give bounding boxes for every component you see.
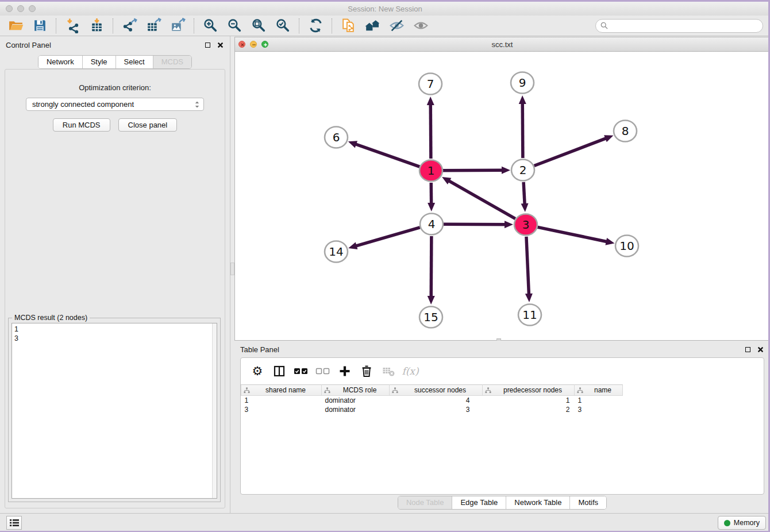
cell-shared-name[interactable]: 3: [241, 405, 322, 414]
search-input[interactable]: [611, 22, 758, 30]
cell-predecessor-nodes[interactable]: 1: [483, 396, 575, 405]
function-builder-icon[interactable]: f(x): [402, 363, 419, 380]
toolbar-separator: [332, 18, 332, 33]
graph-node-label: 9: [519, 76, 526, 90]
close-table-panel-button[interactable]: [756, 345, 764, 353]
close-mcds-panel-button[interactable]: Close panel: [118, 118, 178, 132]
tab-mcds[interactable]: MCDS: [153, 56, 191, 68]
cell-name[interactable]: 3: [575, 405, 623, 414]
task-history-button[interactable]: [6, 516, 22, 530]
table-row[interactable]: 3dominator323: [241, 405, 623, 414]
tab-network[interactable]: Network: [38, 56, 82, 68]
tab-style[interactable]: Style: [82, 56, 116, 68]
cell-predecessor-nodes[interactable]: 2: [483, 405, 575, 414]
cell-MCDS-role[interactable]: dominator: [322, 396, 390, 405]
graph-edge-1-2[interactable]: [443, 170, 503, 171]
cell-name[interactable]: 1: [575, 396, 623, 405]
export-image-icon[interactable]: [168, 17, 187, 34]
search-box[interactable]: [595, 19, 763, 33]
graph-edge-2-3[interactable]: [523, 182, 525, 205]
export-table-icon[interactable]: [144, 17, 163, 34]
zoom-selected-icon[interactable]: [273, 17, 292, 34]
status-bar: Memory: [0, 513, 770, 532]
graph-edge-arrowhead: [427, 97, 434, 105]
graph-node-1[interactable]: 1: [419, 160, 442, 182]
new-network-from-selection-icon[interactable]: [338, 17, 358, 34]
hide-selected-icon[interactable]: [387, 17, 406, 34]
zoom-in-icon[interactable]: [201, 17, 220, 34]
zoom-fit-icon[interactable]: [249, 17, 268, 34]
optimization-criterion-value: strongly connected component: [32, 100, 194, 109]
import-table-icon[interactable]: [87, 17, 106, 34]
float-table-panel-button[interactable]: [744, 345, 752, 353]
column-visibility-icon[interactable]: [271, 363, 288, 380]
tab-node-table[interactable]: Node Table: [398, 496, 452, 509]
mcds-result-group: MCDS result (2 nodes) 1 3: [8, 318, 221, 502]
column-header-MCDS-role[interactable]: MCDS role: [322, 385, 390, 396]
column-sort-icon: [577, 387, 583, 394]
float-panel-button[interactable]: [203, 41, 211, 49]
show-all-icon[interactable]: [411, 17, 430, 34]
delete-row-icon[interactable]: [358, 363, 375, 380]
optimization-criterion-select[interactable]: strongly connected component: [26, 98, 204, 111]
graph-edge-2-8[interactable]: [534, 138, 607, 165]
cell-shared-name[interactable]: 1: [241, 396, 322, 405]
zoom-out-icon[interactable]: [225, 17, 244, 34]
run-mcds-button[interactable]: Run MCDS: [53, 118, 110, 132]
tab-edge-table[interactable]: Edge Table: [452, 496, 506, 509]
graph-edge-1-7[interactable]: [430, 103, 431, 159]
graph-node-11[interactable]: 11: [518, 304, 541, 326]
column-header-predecessor-nodes[interactable]: predecessor nodes: [483, 385, 575, 396]
network-graph: 1234678910111415: [235, 52, 769, 340]
graph-node-9[interactable]: 9: [511, 72, 534, 94]
mcds-result-scrollbar[interactable]: [212, 323, 217, 498]
graph-edge-1-6[interactable]: [355, 144, 419, 167]
tab-network-table[interactable]: Network Table: [506, 496, 569, 509]
save-icon[interactable]: [30, 17, 49, 34]
graph-node-14[interactable]: 14: [325, 241, 348, 263]
deselect-all-checkboxes-icon[interactable]: [314, 363, 332, 380]
memory-button[interactable]: Memory: [718, 516, 766, 530]
graph-edge-3-11[interactable]: [526, 237, 529, 295]
refresh-icon[interactable]: [306, 17, 325, 34]
import-network-icon[interactable]: [63, 17, 82, 34]
cell-successor-nodes[interactable]: 4: [390, 396, 483, 405]
mcds-result-area[interactable]: 1 3: [11, 323, 217, 499]
export-network-icon[interactable]: [120, 17, 139, 34]
graph-edge-4-15[interactable]: [431, 236, 432, 298]
graph-edge-3-1[interactable]: [448, 180, 515, 219]
node-table[interactable]: shared nameMCDS rolesuccessor nodesprede…: [241, 384, 623, 414]
table-tabbar: Node TableEdge TableNetwork TableMotifs: [398, 496, 607, 510]
graph-edge-4-3[interactable]: [444, 224, 506, 225]
first-neighbors-icon[interactable]: [363, 17, 382, 34]
cell-MCDS-role[interactable]: dominator: [322, 405, 390, 414]
graph-node-10[interactable]: 10: [615, 236, 638, 257]
add-row-icon[interactable]: [336, 363, 353, 380]
graph-node-3[interactable]: 3: [514, 214, 537, 236]
graph-node-6[interactable]: 6: [325, 127, 348, 148]
tab-motifs[interactable]: Motifs: [569, 496, 606, 509]
splitter-grip-vertical[interactable]: [230, 263, 234, 275]
graph-node-7[interactable]: 7: [419, 74, 442, 95]
close-panel-button[interactable]: [216, 41, 224, 49]
network-window-titlebar[interactable]: scc.txt: [235, 37, 769, 52]
select-all-checkboxes-icon[interactable]: [292, 363, 310, 380]
graph-edge-4-14[interactable]: [355, 228, 420, 246]
column-header-name[interactable]: name: [575, 385, 623, 396]
column-header-shared-name[interactable]: shared name: [241, 385, 322, 396]
graph-edge-3-10[interactable]: [538, 227, 608, 242]
graph-node-2[interactable]: 2: [511, 160, 534, 181]
graph-node-8[interactable]: 8: [614, 121, 637, 142]
graph-node-15[interactable]: 15: [419, 307, 442, 328]
delete-table-icon[interactable]: [380, 363, 397, 380]
graph-edge-2-9[interactable]: [522, 102, 523, 158]
cell-successor-nodes[interactable]: 3: [390, 405, 483, 414]
column-header-successor-nodes[interactable]: successor nodes: [390, 385, 483, 396]
graph-node-4[interactable]: 4: [420, 214, 443, 235]
desktop-edge-top: [0, 0, 770, 2]
table-settings-icon[interactable]: ⚙: [249, 363, 266, 380]
tab-select[interactable]: Select: [116, 56, 153, 68]
table-row[interactable]: 1dominator411: [241, 396, 623, 405]
open-folder-icon[interactable]: [6, 17, 25, 34]
network-canvas[interactable]: 1234678910111415: [235, 52, 769, 340]
